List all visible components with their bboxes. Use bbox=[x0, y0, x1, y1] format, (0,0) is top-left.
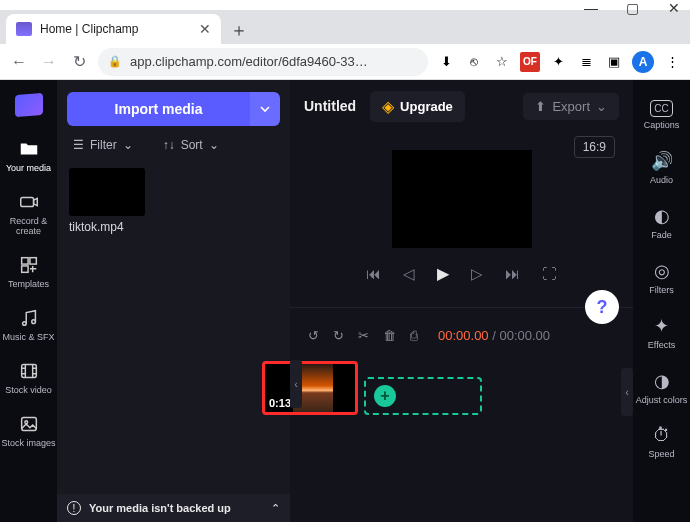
sidebar-item-fade[interactable]: ◐ Fade bbox=[633, 199, 690, 246]
sidebar-item-label: Music & SFX bbox=[2, 332, 54, 342]
right-sidebar: CC Captions 🔊 Audio ◐ Fade ◎ Filters ✦ E… bbox=[633, 80, 690, 522]
sidebar-item-label: Speed bbox=[648, 449, 674, 459]
sidebar-item-captions[interactable]: CC Captions bbox=[633, 94, 690, 136]
sidebar-item-label: Stock video bbox=[5, 385, 52, 395]
profile-avatar[interactable]: A bbox=[632, 51, 654, 73]
delete-icon[interactable]: 🗑 bbox=[383, 328, 396, 343]
audio-icon: 🔊 bbox=[651, 150, 673, 172]
new-tab-button[interactable]: ＋ bbox=[225, 16, 253, 44]
svg-rect-3 bbox=[21, 266, 27, 272]
sidebar-item-label: Filters bbox=[649, 285, 674, 295]
undo-icon[interactable]: ↺ bbox=[308, 328, 319, 343]
prev-frame-icon[interactable]: ◁ bbox=[403, 265, 415, 283]
window-close[interactable]: ✕ bbox=[668, 0, 680, 10]
preview-canvas[interactable] bbox=[392, 150, 532, 248]
export-button[interactable]: ⬆ Export ⌄ bbox=[523, 93, 619, 120]
share-icon[interactable]: ⎋ bbox=[464, 52, 484, 72]
skip-end-icon[interactable]: ⏭ bbox=[505, 265, 520, 282]
favicon-icon bbox=[16, 22, 32, 36]
sidebar-item-label: Captions bbox=[644, 120, 680, 130]
import-media-dropdown[interactable] bbox=[250, 92, 280, 126]
upgrade-button[interactable]: ◈ Upgrade bbox=[370, 91, 465, 122]
sidebar-item-templates[interactable]: Templates bbox=[0, 248, 57, 295]
image-icon bbox=[18, 413, 40, 435]
bookmark-star-icon[interactable]: ☆ bbox=[492, 52, 512, 72]
filter-control[interactable]: ☰ Filter ⌄ bbox=[73, 138, 133, 152]
time-total: 00:00.00 bbox=[499, 328, 550, 343]
aspect-ratio-pill[interactable]: 16:9 bbox=[574, 136, 615, 158]
window-minimize[interactable]: — bbox=[584, 0, 596, 10]
timeline-clip[interactable]: 0:13 bbox=[262, 361, 358, 415]
sidebar-item-effects[interactable]: ✦ Effects bbox=[633, 309, 690, 356]
sidebar-item-stock-images[interactable]: Stock images bbox=[0, 407, 57, 454]
import-media-button[interactable]: Import media bbox=[67, 92, 250, 126]
templates-icon bbox=[18, 254, 40, 276]
speed-icon: ⏱ bbox=[653, 425, 671, 446]
skip-start-icon[interactable]: ⏮ bbox=[366, 265, 381, 282]
sidebar-item-filters[interactable]: ◎ Filters bbox=[633, 254, 690, 301]
timeline-dropzone[interactable]: + bbox=[364, 377, 482, 415]
redo-icon[interactable]: ↻ bbox=[333, 328, 344, 343]
reading-list-icon[interactable]: ≣ bbox=[576, 52, 596, 72]
extension-of-icon[interactable]: OF bbox=[520, 52, 540, 72]
collapse-right-panel[interactable]: ‹ bbox=[621, 368, 633, 416]
sidebar-item-audio[interactable]: 🔊 Audio bbox=[633, 144, 690, 191]
export-label: Export bbox=[552, 99, 590, 114]
sidebar-item-stock-video[interactable]: Stock video bbox=[0, 354, 57, 401]
lock-icon: 🔒 bbox=[108, 55, 122, 68]
media-thumbnail[interactable] bbox=[69, 168, 145, 216]
forward-button[interactable]: → bbox=[38, 53, 60, 71]
clip-duration: 0:13 bbox=[269, 397, 291, 409]
chevron-down-icon: ⌄ bbox=[209, 138, 219, 152]
help-button[interactable]: ? bbox=[585, 290, 619, 324]
browser-tab[interactable]: Home | Clipchamp ✕ bbox=[6, 14, 221, 44]
folder-icon bbox=[18, 138, 40, 160]
effects-icon: ✦ bbox=[654, 315, 669, 337]
chrome-menu-icon[interactable]: ⋮ bbox=[662, 52, 682, 72]
filter-icon: ☰ bbox=[73, 138, 84, 152]
svg-point-4 bbox=[22, 322, 26, 326]
sidebar-item-music-sfx[interactable]: Music & SFX bbox=[0, 301, 57, 348]
timeline[interactable]: 0:13 + bbox=[290, 349, 633, 522]
sidebar-item-label: Adjust colors bbox=[636, 395, 688, 405]
sidebar-item-label: Effects bbox=[648, 340, 675, 350]
sidebar-item-adjust-colors[interactable]: ◑ Adjust colors bbox=[633, 364, 690, 411]
sidebar-item-record-create[interactable]: Record & create bbox=[0, 185, 57, 242]
filters-icon: ◎ bbox=[654, 260, 670, 282]
fullscreen-icon[interactable]: ⛶ bbox=[542, 265, 557, 282]
film-icon bbox=[18, 360, 40, 382]
add-clip-button[interactable]: + bbox=[374, 385, 396, 407]
reload-button[interactable]: ↻ bbox=[68, 52, 90, 71]
captions-icon: CC bbox=[650, 100, 672, 117]
time-display: 00:00.00 / 00:00.00 bbox=[438, 328, 550, 343]
collapse-media-panel[interactable]: ‹ bbox=[290, 360, 302, 408]
sidebar-item-label: Stock images bbox=[1, 438, 55, 448]
split-icon[interactable]: ⎙ bbox=[410, 328, 418, 343]
window-maximize[interactable]: ▢ bbox=[626, 0, 638, 10]
media-filename: tiktok.mp4 bbox=[69, 220, 290, 234]
playback-controls: ⏮ ◁ ▶ ▷ ⏭ ⛶ bbox=[290, 264, 633, 283]
extensions-icon[interactable]: ✦ bbox=[548, 52, 568, 72]
back-button[interactable]: ← bbox=[8, 53, 30, 71]
play-button[interactable]: ▶ bbox=[437, 264, 449, 283]
sidebar-item-your-media[interactable]: Your media bbox=[0, 132, 57, 179]
url-text: app.clipchamp.com/editor/6dfa9460-33… bbox=[130, 54, 368, 69]
backup-banner[interactable]: ! Your media isn't backed up ⌃ bbox=[57, 494, 290, 522]
next-frame-icon[interactable]: ▷ bbox=[471, 265, 483, 283]
side-panel-icon[interactable]: ▣ bbox=[604, 52, 624, 72]
svg-point-5 bbox=[31, 320, 35, 324]
warning-icon: ! bbox=[67, 501, 81, 515]
music-icon bbox=[18, 307, 40, 329]
tab-title: Home | Clipchamp bbox=[40, 22, 191, 36]
sidebar-item-label: Templates bbox=[8, 279, 49, 289]
adjust-colors-icon: ◑ bbox=[654, 370, 670, 392]
omnibox[interactable]: 🔒 app.clipchamp.com/editor/6dfa9460-33… bbox=[98, 48, 428, 76]
backup-text: Your media isn't backed up bbox=[89, 502, 231, 514]
cut-icon[interactable]: ✂ bbox=[358, 328, 369, 343]
clipchamp-logo-icon[interactable] bbox=[15, 93, 43, 117]
tab-close-icon[interactable]: ✕ bbox=[199, 21, 211, 37]
sidebar-item-speed[interactable]: ⏱ Speed bbox=[633, 419, 690, 465]
sort-control[interactable]: ↑↓ Sort ⌄ bbox=[163, 138, 219, 152]
install-app-icon[interactable]: ⬇ bbox=[436, 52, 456, 72]
project-title[interactable]: Untitled bbox=[304, 98, 356, 114]
